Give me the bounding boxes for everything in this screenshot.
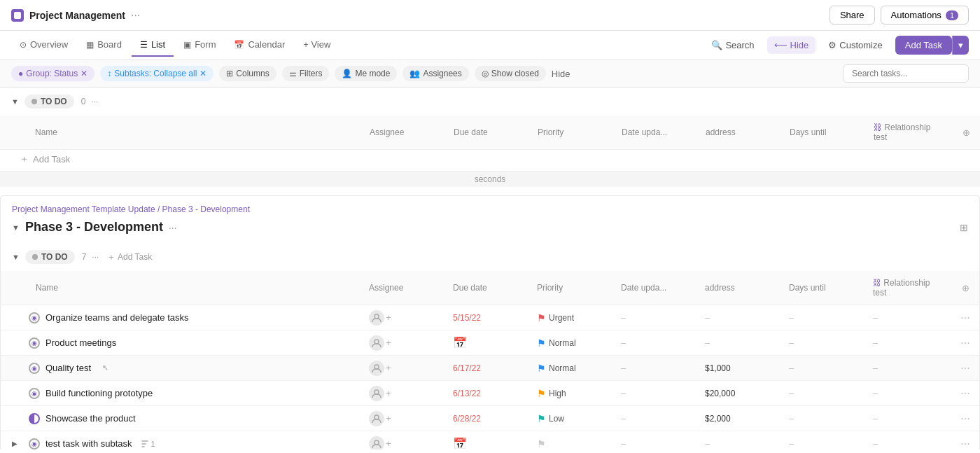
task-priority-6[interactable]: ⚑ (531, 434, 615, 450)
task-status-3[interactable]: ◉ (29, 363, 40, 374)
task-priority-5[interactable]: ⚑ Low (531, 409, 615, 428)
task-more-5[interactable]: ··· (951, 412, 979, 425)
add-task-dropdown-button[interactable]: ▾ (952, 36, 969, 55)
task-duedate-3[interactable]: 6/17/22 (447, 359, 531, 377)
tab-add-view[interactable]: + View (295, 34, 339, 57)
phase3-collapse-arrow[interactable]: ▼ (12, 223, 20, 232)
task-name-5[interactable]: Showcase the product (46, 413, 136, 424)
search-tasks-input[interactable] (843, 64, 969, 83)
assignee-plus-5[interactable]: + (386, 413, 391, 424)
customize-label: Customize (839, 40, 882, 50)
filters-icon: ⚌ (289, 69, 297, 78)
assignee-icon-3[interactable] (369, 361, 384, 376)
task-priority-1[interactable]: ⚑ Urgent (531, 308, 615, 328)
group-status-close-icon[interactable]: ✕ (80, 69, 88, 78)
subtasks-chip[interactable]: ↕ Subtasks: Collapse all ✕ (100, 66, 214, 81)
share-button[interactable]: Share (830, 6, 875, 25)
task-more-2[interactable]: ··· (951, 337, 979, 349)
assignee-plus-4[interactable]: + (386, 388, 391, 398)
subtasks-close-icon[interactable]: ✕ (200, 69, 206, 78)
overview-icon: ⊙ (20, 40, 27, 50)
svg-point-3 (374, 390, 379, 394)
task-duedate-1[interactable]: 5/15/22 (447, 309, 531, 327)
automations-button[interactable]: Automations 1 (881, 6, 969, 25)
task-status-4[interactable]: ◉ (29, 388, 40, 399)
phase3-collapse-arrow2[interactable]: ▼ (12, 253, 20, 261)
me-mode-chip[interactable]: 👤 Me mode (335, 66, 397, 81)
task-name-3[interactable]: Quality test (46, 363, 91, 373)
priority-badge-2: ⚑ Normal (537, 337, 576, 349)
assignee-plus-6[interactable]: + (386, 438, 391, 449)
task-address-1: – (699, 308, 783, 327)
customize-button[interactable]: ⚙ Customize (821, 36, 889, 54)
task-duedate-4[interactable]: 6/13/22 (447, 384, 531, 403)
assignee-icon-2[interactable] (369, 335, 384, 351)
task-assignee-4: + (363, 382, 447, 405)
task-priority-2[interactable]: ⚑ Normal (531, 333, 615, 353)
expand-icon-6[interactable]: ▶ (12, 440, 23, 447)
table-header-phase3: Name Assignee Due date Priority Date upd… (1, 271, 979, 305)
task-address-2: – (699, 333, 783, 352)
task-duedate-5[interactable]: 6/28/22 (447, 410, 531, 428)
task-name-1[interactable]: Organize teams and delegate tasks (46, 312, 189, 323)
task-name-4[interactable]: Build functioning prototype (46, 388, 153, 398)
task-priority-3[interactable]: ⚑ Normal (531, 358, 615, 378)
priority-flag-1: ⚑ (537, 312, 546, 323)
assignee-icon-6[interactable] (369, 436, 384, 450)
task-more-3[interactable]: ··· (951, 362, 979, 375)
task-status-5[interactable] (29, 413, 40, 424)
task-more-1[interactable]: ··· (951, 312, 979, 324)
list-icon: ☰ (140, 40, 148, 50)
col-duedate-top: Due date (448, 123, 532, 141)
assignee-plus-1[interactable]: + (386, 312, 391, 323)
add-task-row-top[interactable]: ＋ Add Task (0, 150, 980, 171)
svg-point-2 (374, 365, 379, 369)
col-add-top[interactable]: ⊕ (952, 123, 980, 142)
project-menu-dots[interactable]: ··· (131, 9, 140, 22)
assignees-chip[interactable]: 👥 Assignees (402, 66, 468, 81)
tab-board[interactable]: ▦ Board (78, 34, 130, 57)
columns-chip[interactable]: ⊞ Columns (219, 66, 276, 81)
tab-calendar[interactable]: 📅 Calendar (225, 34, 293, 57)
col-assignee-top: Assignee (364, 123, 448, 141)
task-name-2[interactable]: Product meetings (46, 337, 116, 348)
tab-list[interactable]: ☰ List (132, 34, 174, 57)
assignee-plus-3[interactable]: + (386, 363, 391, 373)
task-priority-4[interactable]: ⚑ High (531, 384, 615, 403)
phase3-grid-icon[interactable]: ⊞ (960, 222, 968, 233)
hide-nav-button[interactable]: ⟵ Hide (767, 36, 816, 54)
collapse-arrow-top[interactable]: ▼ (11, 97, 19, 106)
group-status-chip[interactable]: ● Group: Status ✕ (11, 66, 94, 81)
task-status-6[interactable]: ◉ (29, 438, 40, 449)
task-more-4[interactable]: ··· (951, 387, 979, 400)
assignee-icon-5[interactable] (369, 411, 384, 426)
group-more-top[interactable]: ··· (91, 97, 98, 106)
tab-overview[interactable]: ⊙ Overview (11, 34, 76, 57)
col-add-p3[interactable]: ⊕ (951, 279, 979, 298)
task-name-6[interactable]: test task with subtask (46, 438, 132, 449)
phase3-group-more[interactable]: ··· (92, 252, 99, 262)
phase3-group-header: ▼ TO DO 7 ··· ＋ Add Task (1, 243, 979, 271)
phase3-dots[interactable]: ··· (169, 222, 177, 233)
task-duedate-6[interactable]: 📅 (447, 433, 531, 449)
assignee-icon-1[interactable] (369, 310, 384, 326)
add-task-label-top: Add Task (33, 154, 70, 165)
col-duedate-p3: Due date (447, 279, 531, 297)
task-name-cell-1: ◉ Organize teams and delegate tasks (1, 308, 363, 328)
nav-right: 🔍 Search ⟵ Hide ⚙ Customize Add Task ▾ (704, 36, 969, 55)
filters-chip[interactable]: ⚌ Filters (282, 66, 330, 81)
phase3-add-task-inline[interactable]: ＋ Add Task (107, 251, 152, 263)
task-more-6[interactable]: ··· (951, 438, 979, 450)
task-duedate-2[interactable]: 📅 (447, 332, 531, 354)
show-closed-chip[interactable]: ◎ Show closed (475, 66, 546, 81)
tab-form[interactable]: ▣ Form (175, 34, 224, 57)
assignee-plus-2[interactable]: + (386, 337, 391, 348)
col-daysuntil-top: Days until (784, 123, 868, 141)
task-status-2[interactable]: ◉ (29, 337, 40, 349)
assignee-icon-4[interactable] (369, 386, 384, 401)
hide-toolbar-button[interactable]: Hide (552, 69, 570, 79)
nav-tabs: ⊙ Overview ▦ Board ☰ List ▣ Form 📅 Calen… (11, 34, 339, 57)
add-task-button[interactable]: Add Task (895, 36, 952, 55)
search-nav-button[interactable]: 🔍 Search (704, 36, 761, 54)
task-status-1[interactable]: ◉ (29, 312, 40, 323)
